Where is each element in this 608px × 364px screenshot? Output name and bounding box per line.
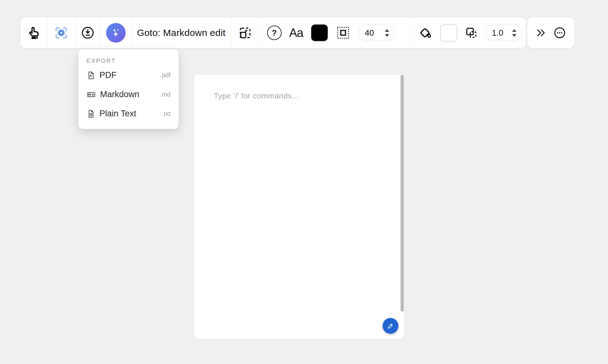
increment-arrow[interactable] [385,29,389,32]
export-button[interactable] [75,17,100,48]
markdown-editor-panel[interactable]: Type ’/’ for commands... [194,75,404,339]
help-icon: ? [272,29,277,37]
export-menu: EXPORT PDF .pdf Markdown .md [78,49,179,129]
increment-arrow[interactable] [512,29,516,32]
pencil-icon [386,322,395,330]
hand-tool-button[interactable] [21,17,47,48]
ai-assistant-button[interactable] [101,17,131,48]
decrement-arrow[interactable] [512,34,516,37]
decrement-arrow[interactable] [385,34,389,37]
export-menu-title: EXPORT [86,57,170,64]
export-item-label: PDF [99,70,156,80]
markdown-file-icon [86,90,96,99]
paint-bucket-icon[interactable] [418,25,433,40]
download-export-icon [81,26,95,40]
editor-placeholder: Type ’/’ for commands... [214,91,299,100]
export-item-label: Plain Text [99,109,158,119]
export-item-label: Markdown [100,90,156,99]
pdf-file-icon [86,71,95,80]
frame-tool-button[interactable] [231,17,259,48]
export-item-extension: .txt [162,110,170,117]
export-item-extension: .md [160,91,170,98]
edit-fab-button[interactable] [383,318,398,334]
style-controls-group: ? Aa [259,17,411,48]
toolbar: Goto: Markdown edit ? Aa [21,17,526,48]
stepper-arrows [512,29,516,37]
hand-icon [27,26,41,40]
duplicate-icon[interactable] [464,26,478,40]
export-item-extension: .pdf [160,72,170,79]
ai-sparkle-icon [106,23,126,43]
frame-icon [238,26,252,40]
stepper-arrows [385,29,389,37]
opacity-input[interactable] [492,28,508,38]
more-options-icon[interactable] [553,26,566,39]
stroke-color-swatch[interactable] [311,24,328,42]
help-button[interactable]: ? [267,26,282,40]
stroke-size-stepper [358,25,395,41]
double-chevron-right-icon[interactable] [536,27,546,38]
export-menu-item-pdf[interactable]: PDF .pdf [86,66,170,85]
screenshot-focus-icon [53,25,69,41]
opacity-stepper [485,25,522,41]
dotted-border-icon[interactable] [336,26,350,40]
text-file-icon [86,109,95,118]
export-menu-item-markdown[interactable]: Markdown .md [86,85,170,104]
export-menu-item-plain-text[interactable]: Plain Text .txt [86,104,170,123]
goto-markdown-edit-button[interactable]: Goto: Markdown edit [131,17,231,48]
fill-color-swatch[interactable] [440,24,457,42]
fill-controls-group [411,17,526,48]
stroke-size-input[interactable] [365,28,381,38]
editor-scrollbar[interactable] [401,75,404,312]
text-style-button[interactable]: Aa [289,26,303,40]
toolbar-overflow-card [527,17,575,48]
screenshot-tool-button[interactable] [47,17,75,48]
